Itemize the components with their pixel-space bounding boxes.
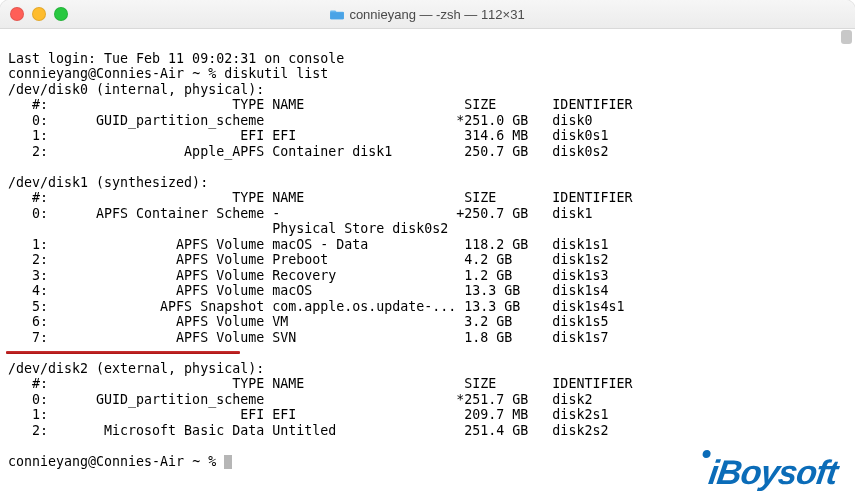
close-icon[interactable] — [10, 7, 24, 21]
disk2-row: 0: GUID_partition_scheme *251.7 GB disk2 — [8, 392, 592, 407]
disk0-header: /dev/disk0 (internal, physical): — [8, 82, 264, 97]
watermark-logo: iBoysoft — [697, 453, 839, 492]
disk0-row: 0: GUID_partition_scheme *251.0 GB disk0 — [8, 113, 592, 128]
zoom-icon[interactable] — [54, 7, 68, 21]
disk1-row: Physical Store disk0s2 — [8, 221, 448, 236]
watermark-text: iBoysoft — [706, 453, 839, 492]
login-line: Last login: Tue Feb 11 09:02:31 on conso… — [8, 51, 344, 66]
window-title: connieyang — -zsh — 112×31 — [0, 7, 855, 22]
disk1-row: 2: APFS Volume Preboot 4.2 GB disk1s2 — [8, 252, 608, 267]
scrollbar[interactable] — [840, 30, 853, 496]
cursor-icon — [224, 455, 232, 469]
disk2-columns: #: TYPE NAME SIZE IDENTIFIER — [8, 376, 632, 391]
disk1-row: 4: APFS Volume macOS 13.3 GB disk1s4 — [8, 283, 608, 298]
watermark-dot-icon — [702, 450, 711, 458]
minimize-icon[interactable] — [32, 7, 46, 21]
disk0-row: 2: Apple_APFS Container disk1 250.7 GB d… — [8, 144, 608, 159]
disk2-row: 1: EFI EFI 209.7 MB disk2s1 — [8, 407, 608, 422]
disk1-row: 1: APFS Volume macOS - Data 118.2 GB dis… — [8, 237, 608, 252]
titlebar[interactable]: connieyang — -zsh — 112×31 — [0, 0, 855, 29]
disk1-row: 6: APFS Volume VM 3.2 GB disk1s5 — [8, 314, 608, 329]
prompt-user: connieyang@Connies-Air — [8, 66, 184, 81]
disk0-columns: #: TYPE NAME SIZE IDENTIFIER — [8, 97, 632, 112]
command-text: diskutil list — [224, 66, 328, 81]
disk1-row: 3: APFS Volume Recovery 1.2 GB disk1s3 — [8, 268, 608, 283]
disk2-row: 2: Microsoft Basic Data Untitled 251.4 G… — [8, 423, 608, 438]
disk1-columns: #: TYPE NAME SIZE IDENTIFIER — [8, 190, 632, 205]
disk2-header: /dev/disk2 (external, physical): — [8, 361, 264, 376]
disk1-row: 7: APFS Volume SVN 1.8 GB disk1s7 — [8, 330, 608, 345]
window-title-text: connieyang — -zsh — 112×31 — [349, 7, 524, 22]
disk1-row: 0: APFS Container Scheme - +250.7 GB dis… — [8, 206, 592, 221]
disk1-row: 5: APFS Snapshot com.apple.os.update-...… — [8, 299, 624, 314]
disk0-row: 1: EFI EFI 314.6 MB disk0s1 — [8, 128, 608, 143]
highlight-underline — [6, 351, 240, 354]
prompt-sep: ~ % — [184, 454, 224, 469]
traffic-lights — [10, 7, 68, 21]
prompt-sep: ~ % — [184, 66, 224, 81]
terminal-window: connieyang — -zsh — 112×31 Last login: T… — [0, 0, 855, 500]
folder-icon — [330, 8, 344, 20]
scrollbar-thumb[interactable] — [841, 30, 852, 44]
disk1-header: /dev/disk1 (synthesized): — [8, 175, 208, 190]
terminal-body[interactable]: Last login: Tue Feb 11 09:02:31 on conso… — [0, 29, 855, 500]
prompt-user: connieyang@Connies-Air — [8, 454, 184, 469]
